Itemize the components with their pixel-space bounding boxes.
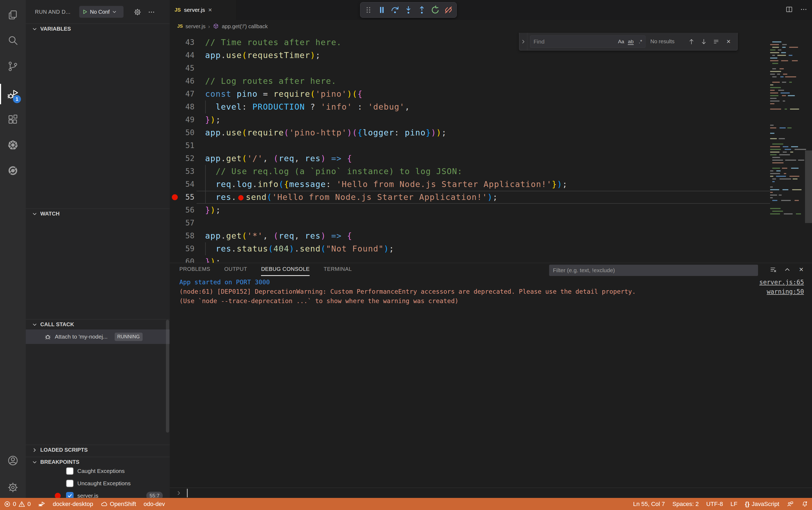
inline-breakpoint-icon[interactable] — [238, 195, 244, 200]
breakpoint-row-caught-exceptions[interactable]: Caught Exceptions — [26, 465, 170, 477]
console-source-link[interactable]: server.js:65 — [759, 278, 804, 287]
statusbar-eol[interactable]: LF — [727, 498, 741, 510]
activitybar-explorer-icon[interactable] — [0, 5, 26, 25]
debug-console-input-row[interactable] — [170, 488, 812, 498]
section-watch[interactable]: WATCH — [26, 208, 170, 219]
tab-server-js[interactable]: JS server.js × — [170, 0, 237, 20]
more-actions-icon[interactable] — [800, 5, 808, 13]
debug-settings-gear-button[interactable] — [132, 8, 143, 16]
code-text: req.log.info({message: 'Hello from Node.… — [205, 179, 568, 189]
activitybar-search-icon[interactable] — [0, 30, 26, 51]
launch-config-dropdown[interactable]: No Conf — [79, 6, 123, 18]
code-line-43[interactable]: 43// Time routes after here. — [170, 36, 770, 49]
console-source-links: server.js:65warning:50 — [759, 278, 804, 306]
code-text: // Time routes after here. — [205, 38, 342, 47]
activitybar-accounts-icon[interactable] — [0, 450, 26, 471]
close-tab-icon[interactable]: × — [208, 7, 212, 13]
line-number: 45 — [170, 62, 194, 75]
breakpoint-row-server-js[interactable]: server.js55:7 — [26, 489, 170, 498]
statusbar-indentation[interactable]: Spaces: 2 — [669, 498, 702, 510]
activitybar-manage-icon[interactable] — [0, 477, 26, 498]
more-actions-button[interactable] — [146, 8, 157, 16]
clear-console-icon[interactable] — [769, 265, 778, 274]
code-editor[interactable]: 43// Time routes after here.44app.use(re… — [170, 33, 770, 263]
close-panel-icon[interactable]: × — [797, 265, 806, 274]
activitybar-source-control-icon[interactable] — [0, 56, 26, 77]
console-line: (node:61) [DEP0152] DeprecationWarning: … — [179, 287, 753, 296]
editor-group: JS server.js × JS server.js › app.get('/… — [170, 0, 812, 263]
statusbar-encoding[interactable]: UTF-8 — [702, 498, 727, 510]
breadcrumb[interactable]: JS server.js › app.get('/') callback — [170, 20, 812, 33]
step-out-icon[interactable] — [417, 5, 427, 15]
cloud-icon — [101, 501, 108, 508]
call-stack-session-row[interactable]: Attach to 'my-nodej... RUNNING — [26, 330, 170, 344]
indent-guide — [205, 165, 206, 178]
code-line-47[interactable]: 47const pino = require('pino')({ — [170, 88, 770, 101]
code-line-57[interactable]: 57 — [170, 217, 770, 229]
statusbar-debug-indicator[interactable] — [35, 498, 49, 510]
activitybar-run-and-debug-icon[interactable]: 1 — [0, 84, 26, 104]
statusbar-feedback[interactable] — [783, 498, 798, 510]
console-source-link-empty — [759, 296, 804, 306]
chevron-down-icon — [32, 26, 38, 32]
panel-tab-terminal[interactable]: TERMINAL — [324, 263, 352, 276]
running-badge: RUNNING — [115, 333, 143, 341]
statusbar-openshift-login[interactable]: OpenShift — [97, 498, 140, 510]
panel-tab-problems[interactable]: PROBLEMS — [179, 263, 210, 276]
activitybar-openshift-icon[interactable] — [0, 161, 26, 181]
breakpoint-checkbox[interactable] — [66, 467, 73, 475]
step-into-icon[interactable] — [403, 5, 414, 15]
line-number: 58 — [170, 229, 194, 243]
breakpoint-checkbox[interactable] — [66, 480, 73, 487]
drag-grip-icon[interactable] — [363, 5, 374, 15]
code-line-53[interactable]: 53 // Use req.log (a `pino` instance) to… — [170, 165, 770, 178]
code-line-44[interactable]: 44app.use(requestTimer); — [170, 49, 770, 62]
statusbar-cursor-position[interactable]: Ln 55, Col 7 — [629, 498, 669, 510]
console-source-link[interactable]: warning:50 — [759, 287, 804, 296]
step-over-icon[interactable] — [390, 5, 400, 15]
restart-icon[interactable] — [430, 5, 441, 15]
chevron-down-icon — [112, 9, 117, 15]
code-line-58[interactable]: 58app.get('*', (req, res) => { — [170, 229, 770, 243]
code-line-49[interactable]: 49}); — [170, 113, 770, 126]
code-line-51[interactable]: 51 — [170, 139, 770, 152]
activitybar-kubernetes-icon[interactable] — [0, 135, 26, 155]
code-line-46[interactable]: 46// Log routes after here. — [170, 75, 770, 88]
statusbar-notifications[interactable] — [798, 498, 812, 510]
error-icon — [4, 501, 11, 508]
code-line-52[interactable]: 52app.get('/', (req, res) => { — [170, 152, 770, 165]
gutter-breakpoint-icon[interactable] — [172, 194, 178, 200]
code-line-56[interactable]: 56}); — [170, 204, 770, 217]
code-line-59[interactable]: 59 res.status(404).send("Not Found"); — [170, 243, 770, 255]
disconnect-icon[interactable] — [443, 5, 454, 15]
sidebar-title: RUN AND D... — [35, 6, 71, 18]
breakpoint-row-uncaught-exceptions[interactable]: Uncaught Exceptions — [26, 477, 170, 489]
code-line-45[interactable]: 45 — [170, 62, 770, 75]
error-count: 0 — [13, 501, 16, 508]
code-line-50[interactable]: 50app.use(require('pino-http')({logger: … — [170, 126, 770, 139]
pause-icon[interactable] — [377, 5, 387, 15]
section-loaded-scripts[interactable]: LOADED SCRIPTS — [26, 445, 170, 455]
activitybar-extensions-icon[interactable] — [0, 109, 26, 130]
statusbar-language-mode[interactable]: {}JavaScript — [741, 498, 783, 510]
maximize-panel-icon[interactable] — [783, 265, 791, 274]
code-line-48[interactable]: 48 level: PRODUCTION ? 'info' : 'debug', — [170, 101, 770, 113]
code-line-54[interactable]: 54 req.log.info({message: 'Hello from No… — [170, 178, 770, 191]
code-line-55[interactable]: 55 res.send('Hello from Node.js Starter … — [170, 191, 770, 204]
statusbar-problems[interactable]: 00 — [0, 498, 35, 510]
breakpoint-checkbox[interactable] — [66, 492, 73, 498]
statusbar-docker-context[interactable]: docker-desktop — [49, 498, 97, 510]
sidebar-scrollbar[interactable] — [166, 320, 169, 433]
statusbar-odo-dev[interactable]: odo-dev — [140, 498, 169, 510]
activity-bar: 1 — [0, 0, 26, 498]
statusbar-label: odo-dev — [144, 501, 165, 508]
section-call-stack[interactable]: CALL STACK — [26, 319, 170, 330]
minimap[interactable] — [770, 36, 805, 263]
section-variables[interactable]: VARIABLES — [26, 24, 170, 34]
panel-tab-output[interactable]: OUTPUT — [224, 263, 247, 276]
console-filter-input[interactable] — [549, 265, 758, 276]
code-line-60[interactable]: 60}); — [170, 255, 770, 263]
editor-scrollbar[interactable] — [805, 150, 812, 223]
split-editor-icon[interactable] — [785, 5, 793, 13]
panel-tab-debug-console[interactable]: DEBUG CONSOLE — [261, 263, 310, 276]
